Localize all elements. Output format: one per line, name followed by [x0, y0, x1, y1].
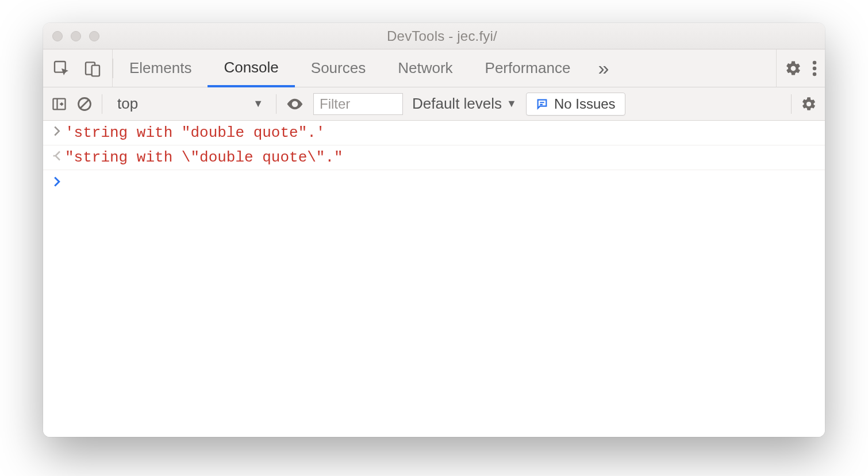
window-controls — [52, 31, 99, 41]
console-input-echo: 'string with "double quote".' — [43, 121, 825, 145]
console-messages[interactable]: 'string with "double quote".' "string wi… — [43, 121, 825, 437]
chevron-down-icon: ▼ — [253, 98, 263, 110]
console-text: 'string with "double quote".' — [65, 124, 325, 141]
console-result: "string with \"double quote\"." — [43, 145, 825, 170]
zoom-window-button[interactable] — [89, 31, 99, 41]
issues-label: No Issues — [554, 96, 616, 112]
console-prompt[interactable] — [43, 170, 825, 191]
clear-console-icon[interactable] — [76, 96, 93, 112]
log-levels-selector[interactable]: Default levels ▼ — [412, 95, 517, 113]
execution-context-label: top — [117, 95, 138, 113]
svg-point-3 — [813, 60, 817, 64]
tab-console[interactable]: Console — [208, 49, 294, 87]
devtools-window: DevTools - jec.fyi/ Elements Console So — [43, 23, 825, 437]
svg-point-8 — [53, 155, 55, 157]
chevron-down-icon: ▼ — [506, 98, 517, 110]
prompt-chevron-icon — [49, 176, 65, 187]
live-expression-eye-icon[interactable] — [286, 95, 304, 113]
toggle-device-toolbar-icon[interactable] — [83, 59, 102, 78]
tabs-overflow-button[interactable]: » — [586, 49, 620, 87]
divider — [791, 94, 792, 114]
inspect-element-icon[interactable] — [52, 59, 71, 78]
svg-rect-2 — [92, 65, 99, 76]
output-chevron-icon — [49, 149, 65, 162]
panel-tabstrip: Elements Console Sources Network Perform… — [43, 49, 825, 87]
panel-tabs: Elements Console Sources Network Perform… — [113, 49, 586, 87]
divider — [276, 94, 276, 114]
log-levels-label: Default levels — [412, 95, 502, 113]
svg-point-4 — [813, 66, 817, 70]
more-options-icon[interactable] — [812, 60, 817, 77]
filter-input[interactable] — [313, 93, 403, 115]
issues-icon — [536, 98, 548, 110]
tab-sources[interactable]: Sources — [295, 49, 382, 87]
execution-context-selector[interactable]: top ▼ — [112, 95, 267, 113]
settings-gear-icon[interactable] — [785, 60, 802, 77]
issues-button[interactable]: No Issues — [526, 93, 625, 116]
divider — [102, 94, 102, 114]
tab-elements[interactable]: Elements — [113, 49, 208, 87]
input-chevron-icon — [49, 124, 65, 137]
svg-point-5 — [813, 72, 817, 76]
console-toolbar: top ▼ Default levels ▼ No Issues — [43, 87, 825, 121]
titlebar: DevTools - jec.fyi/ — [43, 23, 825, 49]
close-window-button[interactable] — [52, 31, 63, 41]
tab-performance[interactable]: Performance — [469, 49, 587, 87]
window-title: DevTools - jec.fyi/ — [99, 28, 785, 44]
tab-network[interactable]: Network — [382, 49, 468, 87]
toggle-console-sidebar-icon[interactable] — [51, 96, 67, 112]
console-text: "string with \"double quote\"." — [65, 149, 343, 166]
minimize-window-button[interactable] — [71, 31, 81, 41]
console-settings-gear-icon[interactable] — [801, 96, 817, 112]
